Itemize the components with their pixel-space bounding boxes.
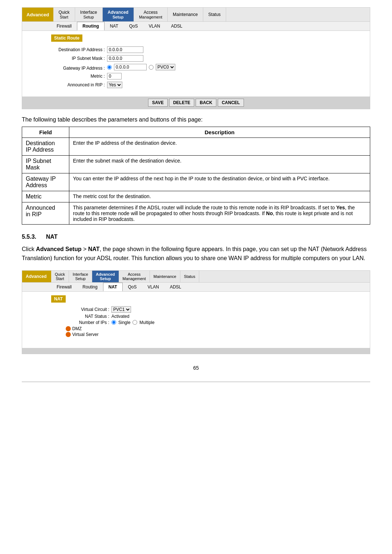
- gateway-radio-pvc[interactable]: [149, 65, 154, 70]
- dmz-link[interactable]: DMZ: [66, 326, 370, 331]
- table-row-field-4: Announced in RIP: [22, 202, 69, 224]
- table-row-field-3: Metric: [22, 191, 69, 202]
- nat-nav-maintenance[interactable]: Maintenance: [150, 271, 180, 282]
- metric-label: Metric :: [58, 72, 107, 81]
- gateway-field[interactable]: PVC0: [107, 63, 175, 72]
- table-row-field-2: Gateway IP Address: [22, 173, 69, 191]
- single-radio[interactable]: [111, 320, 116, 325]
- form-row-dest: Destination IP Address :: [58, 45, 175, 54]
- multiple-radio[interactable]: [132, 320, 137, 325]
- metric-input[interactable]: [107, 73, 122, 79]
- nat-sub-vlan[interactable]: VLAN: [142, 283, 164, 291]
- num-ips-group: Single Multiple: [111, 320, 155, 325]
- num-ips-label: Number of IPs :: [58, 320, 109, 325]
- dest-field[interactable]: [107, 45, 175, 54]
- subnet-input[interactable]: [107, 55, 143, 62]
- nav-advanced-setup[interactable]: Advanced Setup: [103, 8, 134, 21]
- table-row-desc-4: This parameter determines if the ADSL ro…: [69, 202, 370, 224]
- table-row-desc-1: Enter the subnet mask of the destination…: [69, 155, 370, 173]
- nat-status-label: NAT Status :: [58, 314, 109, 319]
- single-label: Single: [118, 320, 130, 325]
- nat-status-row: NAT Status : Activated: [58, 314, 370, 319]
- sub-nav-1: Firewall Routing NAT QoS VLAN ADSL: [22, 22, 370, 31]
- subnet-field[interactable]: [107, 54, 175, 63]
- virtual-server-link[interactable]: Virtual Server: [66, 332, 370, 337]
- num-ips-row: Number of IPs : Single Multiple: [58, 320, 370, 325]
- virtual-server-dot: [66, 332, 71, 337]
- nat-nav-status[interactable]: Status: [180, 271, 199, 282]
- rip-label: Announced in RIP :: [58, 81, 107, 89]
- sub-nav-qos[interactable]: QoS: [124, 22, 143, 30]
- static-route-label: Static Route: [51, 34, 82, 42]
- nat-sub-firewall[interactable]: Firewall: [51, 283, 77, 291]
- nat-nav-quick[interactable]: Quick Start: [51, 271, 69, 282]
- sub-nav-nat-panel: Firewall Routing NAT QoS VLAN ADSL: [22, 283, 370, 292]
- virtual-server-label[interactable]: Virtual Server: [72, 332, 98, 337]
- sub-nav-nat[interactable]: NAT: [105, 22, 124, 30]
- sub-nav-vlan[interactable]: VLAN: [143, 22, 166, 30]
- dest-label: Destination IP Address :: [58, 45, 107, 54]
- top-nav-items-1: Quick Start Interface Setup Advanced Set…: [53, 8, 370, 21]
- nat-nav-interface[interactable]: Interface Setup: [69, 271, 92, 282]
- metric-field[interactable]: [107, 72, 175, 81]
- nat-sub-nat[interactable]: NAT: [103, 283, 123, 291]
- description-table: Field Description Destination IP Address…: [22, 127, 370, 225]
- nav-status[interactable]: Status: [203, 8, 226, 21]
- body-text-nat: Click Advanced Setup > NAT, the page sho…: [22, 245, 370, 263]
- nat-panel-content: NAT Virtual Circuit : PVC1 NAT Status : …: [22, 292, 370, 348]
- nat-nav-advanced[interactable]: Advanced Setup: [92, 271, 119, 282]
- form-row-subnet: IP Subnet Mask :: [58, 54, 175, 63]
- form-row-rip: Announced in RIP : Yes No: [58, 81, 175, 89]
- description-text: The following table describes the parame…: [22, 116, 370, 123]
- page-number: 65: [22, 365, 370, 371]
- nat-form: Virtual Circuit : PVC1 NAT Status : Acti…: [58, 306, 370, 337]
- top-nav-items-nat: Quick Start Interface Setup Advanced Set…: [51, 271, 370, 282]
- nav-interface-setup[interactable]: Interface Setup: [75, 8, 103, 21]
- table-row-desc-2: You can enter the IP address of the next…: [69, 173, 370, 191]
- cancel-button[interactable]: CANCEL: [218, 99, 244, 107]
- sub-nav-adsl[interactable]: ADSL: [166, 22, 188, 30]
- rip-select[interactable]: Yes No: [107, 82, 122, 88]
- dest-input[interactable]: [107, 46, 143, 53]
- nav-access-management[interactable]: Access Management: [134, 8, 168, 21]
- multiple-label: Multiple: [139, 320, 154, 325]
- sub-nav-routing[interactable]: Routing: [77, 22, 104, 30]
- nav-quick-start[interactable]: Quick Start: [53, 8, 75, 21]
- virtual-circuit-select[interactable]: PVC1: [111, 306, 131, 313]
- section-heading-nat: 5.5.3. NAT: [22, 234, 370, 240]
- delete-button[interactable]: DELETE: [169, 99, 194, 107]
- bottom-line: [22, 382, 370, 382]
- section-title: NAT: [46, 234, 58, 240]
- dmz-label[interactable]: DMZ: [72, 326, 82, 331]
- rip-field[interactable]: Yes No: [107, 81, 175, 89]
- form-row-metric: Metric :: [58, 72, 175, 81]
- nat-sub-qos[interactable]: QoS: [123, 283, 142, 291]
- col-field: Field: [22, 127, 69, 138]
- action-bar-nat: [22, 348, 370, 354]
- nat-status-value: Activated: [111, 314, 129, 319]
- save-button[interactable]: SAVE: [148, 99, 168, 107]
- nat-sub-adsl[interactable]: ADSL: [164, 283, 187, 291]
- advanced-label-1: Advanced: [22, 8, 53, 21]
- table-row-field-0: Destination IP Address: [22, 138, 69, 155]
- gateway-pvc-select[interactable]: PVC0: [156, 64, 175, 70]
- col-desc: Description: [69, 127, 370, 138]
- nav-maintenance[interactable]: Maintenance: [168, 8, 203, 21]
- table-row-desc-3: The metric cost for the destination.: [69, 191, 370, 202]
- router-panel-1: Advanced Quick Start Interface Setup Adv…: [22, 7, 370, 109]
- routing-form: Destination IP Address : IP Subnet Mask …: [58, 45, 175, 89]
- panel1-content: Static Route Destination IP Address : IP…: [22, 31, 370, 97]
- nat-sub-routing[interactable]: Routing: [77, 283, 103, 291]
- nat-nav-access[interactable]: Access Management: [119, 271, 150, 282]
- sub-nav-firewall[interactable]: Firewall: [51, 22, 77, 30]
- top-nav-1: Advanced Quick Start Interface Setup Adv…: [22, 8, 370, 22]
- gateway-label: Gateway IP Address :: [58, 63, 107, 72]
- gateway-radio-ip[interactable]: [107, 65, 112, 70]
- advanced-label-nat: Advanced: [22, 271, 51, 282]
- nat-section-label: NAT: [51, 295, 66, 303]
- gateway-input[interactable]: [114, 64, 147, 70]
- top-nav-nat: Advanced Quick Start Interface Setup Adv…: [22, 271, 370, 283]
- dmz-dot: [66, 326, 71, 331]
- back-button[interactable]: BACK: [196, 99, 216, 107]
- action-bar-1: SAVE DELETE BACK CANCEL: [22, 97, 370, 109]
